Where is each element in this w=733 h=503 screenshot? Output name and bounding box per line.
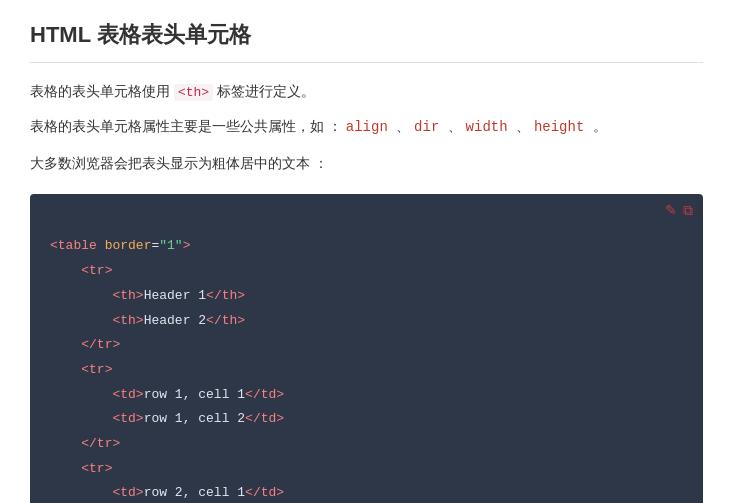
tag-name-table: table — [58, 238, 97, 253]
td3-text: row 2, cell 1 — [144, 485, 245, 500]
tr2-close: > — [105, 362, 113, 377]
keyword-height: height — [534, 119, 593, 135]
td2-end-close: > — [276, 411, 284, 426]
tr3-name: tr — [89, 461, 105, 476]
tag-open-table: < — [50, 238, 58, 253]
code-block-icons: ✎ ⧉ — [665, 202, 693, 219]
td3-end-close: > — [276, 485, 284, 500]
tr2-name: tr — [89, 362, 105, 377]
td1-end-name: td — [261, 387, 277, 402]
tr2-end-open: </ — [81, 436, 97, 451]
tr3-open: < — [81, 461, 89, 476]
tr2-end-name: tr — [97, 436, 113, 451]
edit-icon[interactable]: ✎ — [665, 202, 677, 219]
attr-val-border: "1" — [159, 238, 182, 253]
td1-close: > — [136, 387, 144, 402]
td2-close: > — [136, 411, 144, 426]
tr2-end-close: > — [112, 436, 120, 451]
tag-close-table: > — [183, 238, 191, 253]
keyword-align: align — [346, 119, 396, 135]
th2-name: th — [120, 313, 136, 328]
td2-name: td — [120, 411, 136, 426]
th1-end-open: </ — [206, 288, 222, 303]
td3-close: > — [136, 485, 144, 500]
keyword-width: width — [466, 119, 516, 135]
td1-end-open: </ — [245, 387, 261, 402]
td3-end-name: td — [261, 485, 277, 500]
th2-end-close: > — [237, 313, 245, 328]
th1-end-close: > — [237, 288, 245, 303]
th2-text: Header 2 — [144, 313, 206, 328]
tr1-end-close: > — [112, 337, 120, 352]
keyword-dir: dir — [414, 119, 448, 135]
tr1-end-open: </ — [81, 337, 97, 352]
td1-end-close: > — [276, 387, 284, 402]
page-title: HTML 表格表头单元格 — [30, 20, 703, 63]
td1-text: row 1, cell 1 — [144, 387, 245, 402]
th1-end-name: th — [222, 288, 238, 303]
attr-border: border — [105, 238, 152, 253]
td1-name: td — [120, 387, 136, 402]
page-container: HTML 表格表头单元格 表格的表头单元格使用 <th> 标签进行定义。 表格的… — [0, 0, 733, 503]
content-area: 表格的表头单元格使用 <th> 标签进行定义。 表格的表头单元格属性主要是一些公… — [30, 79, 703, 503]
td2-end-name: td — [261, 411, 277, 426]
tr1-name: tr — [89, 263, 105, 278]
paragraph-2: 表格的表头单元格属性主要是一些公共属性，如 ： align 、 dir 、 wi… — [30, 114, 703, 140]
inline-code-th: <th> — [174, 84, 213, 101]
td2-end-open: </ — [245, 411, 261, 426]
th1-name: th — [120, 288, 136, 303]
tr1-end-name: tr — [97, 337, 113, 352]
tr2-open: < — [81, 362, 89, 377]
td3-name: td — [120, 485, 136, 500]
code-block-wrapper: ✎ ⧉ <table border="1"> <tr> <th>Header 1… — [30, 194, 703, 503]
td2-text: row 1, cell 2 — [144, 411, 245, 426]
code-block: <table border="1"> <tr> <th>Header 1</th… — [50, 210, 683, 503]
tr1-close: > — [105, 263, 113, 278]
paragraph-1: 表格的表头单元格使用 <th> 标签进行定义。 — [30, 79, 703, 104]
copy-icon[interactable]: ⧉ — [683, 202, 693, 219]
th2-end-open: </ — [206, 313, 222, 328]
th2-end-name: th — [222, 313, 238, 328]
th1-text: Header 1 — [144, 288, 206, 303]
th1-close: > — [136, 288, 144, 303]
th2-close: > — [136, 313, 144, 328]
td3-end-open: </ — [245, 485, 261, 500]
paragraph-3: 大多数浏览器会把表头显示为粗体居中的文本 ： — [30, 151, 703, 176]
tr1-open: < — [81, 263, 89, 278]
tr3-close: > — [105, 461, 113, 476]
